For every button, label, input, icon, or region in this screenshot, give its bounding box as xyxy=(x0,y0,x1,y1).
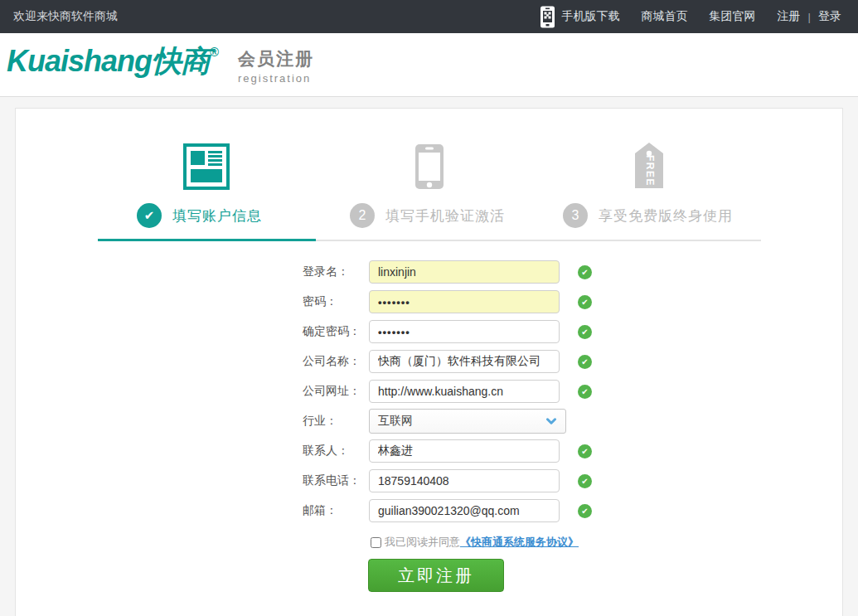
email-input[interactable] xyxy=(369,499,560,522)
login-name-label: 登录名： xyxy=(303,264,369,279)
register-link[interactable]: 注册 xyxy=(778,9,801,24)
company-url-input[interactable] xyxy=(369,380,560,403)
step-1-label: 填写账户信息 xyxy=(172,206,262,226)
registered-mark: ® xyxy=(210,45,218,59)
top-nav: 手机版下载 商城首页 集团官网 注册 | 登录 xyxy=(540,6,841,28)
form-row-email: 邮箱： ✔ xyxy=(303,499,592,522)
mobile-download-link[interactable]: 手机版下载 xyxy=(540,6,620,28)
site-header: Kuaishang快商® 会员注册 registration xyxy=(0,33,858,97)
step-track-active xyxy=(98,239,316,241)
phone-input[interactable] xyxy=(369,469,560,492)
form-row-company-url: 公司网址： ✔ xyxy=(303,380,592,403)
step-2: 2 填写手机验证激活 xyxy=(350,203,505,228)
form-row-contact: 联系人： ✔ xyxy=(303,439,592,463)
form-row-confirm-password: 确定密码： ✔ xyxy=(303,320,592,343)
group-site-link[interactable]: 集团官网 xyxy=(710,9,756,24)
step-3: 3 享受免费版终身使用 xyxy=(563,203,733,228)
company-name-label: 公司名称： xyxy=(303,354,369,369)
password-input[interactable] xyxy=(369,290,560,313)
page-title: 会员注册 registration xyxy=(238,47,314,85)
password-label: 密码： xyxy=(303,294,369,309)
login-link[interactable]: 登录 xyxy=(818,9,841,24)
step-1-check-icon: ✔ xyxy=(137,203,162,228)
industry-label: 行业： xyxy=(303,414,369,429)
registration-page: 欢迎来快商软件商城 手机版下载 商城首页 集团官网 注册 xyxy=(0,0,858,616)
mall-home-link[interactable]: 商城首页 xyxy=(642,9,688,24)
form-row-company-name: 公司名称： ✔ xyxy=(303,350,592,373)
phone-label: 联系电话： xyxy=(303,473,369,488)
register-now-button[interactable]: 立即注册 xyxy=(368,559,504,592)
confirm-password-input[interactable] xyxy=(369,320,560,343)
login-name-input[interactable] xyxy=(369,260,560,284)
agreement-checkbox[interactable] xyxy=(371,537,381,548)
form-row-industry: 行业： 互联网 xyxy=(303,409,566,434)
logo-en-text: Kuaishang xyxy=(7,44,152,78)
service-agreement-link[interactable]: 《快商通系统服务协议》 xyxy=(460,535,579,550)
phone-verify-icon xyxy=(414,143,444,190)
chevron-down-icon xyxy=(544,414,559,429)
step-2-number: 2 xyxy=(350,203,375,228)
agreement-text: 我已阅读并同意 xyxy=(385,535,460,550)
auth-separator: | xyxy=(808,11,811,23)
welcome-text: 欢迎来快商软件商城 xyxy=(13,9,118,24)
contact-input[interactable] xyxy=(369,439,560,463)
form-row-login: 登录名： ✔ xyxy=(303,260,592,284)
company-url-label: 公司网址： xyxy=(303,384,369,399)
form-row-phone: 联系电话： ✔ xyxy=(303,469,592,492)
top-bar: 欢迎来快商软件商城 手机版下载 商城首页 集团官网 注册 xyxy=(0,0,858,33)
valid-check-icon: ✔ xyxy=(578,474,592,488)
step-2-label: 填写手机验证激活 xyxy=(385,206,505,226)
industry-select[interactable]: 互联网 xyxy=(369,409,566,434)
mobile-download-label[interactable]: 手机版下载 xyxy=(562,9,620,24)
mobile-qr-icon xyxy=(540,6,555,28)
step-3-label: 享受免费版终身使用 xyxy=(599,206,733,226)
industry-selected-value: 互联网 xyxy=(378,414,413,429)
valid-check-icon: ✔ xyxy=(578,444,592,458)
valid-check-icon: ✔ xyxy=(578,355,592,369)
valid-check-icon: ✔ xyxy=(578,295,592,309)
page-title-cn: 会员注册 xyxy=(238,47,314,70)
free-tag-icon: FREE xyxy=(630,143,668,189)
valid-check-icon: ✔ xyxy=(578,325,592,339)
company-name-input[interactable] xyxy=(369,350,560,373)
svg-text:FREE: FREE xyxy=(644,155,656,187)
valid-check-icon: ✔ xyxy=(578,504,592,518)
contact-label: 联系人： xyxy=(303,444,369,458)
confirm-password-label: 确定密码： xyxy=(303,324,369,339)
logo-cn-text: 快商 xyxy=(152,44,210,78)
form-row-password: 密码： ✔ xyxy=(303,290,592,313)
page-title-en: registration xyxy=(238,72,314,85)
valid-check-icon: ✔ xyxy=(578,385,592,399)
auth-links: 注册 | 登录 xyxy=(778,9,841,24)
valid-check-icon: ✔ xyxy=(578,265,592,279)
step-1: ✔ 填写账户信息 xyxy=(137,203,262,228)
account-form-icon xyxy=(183,143,230,190)
step-3-number: 3 xyxy=(563,203,588,228)
agreement-row: 我已阅读并同意 《快商通系统服务协议》 xyxy=(371,535,579,550)
email-label: 邮箱： xyxy=(303,503,369,518)
kuaishang-logo[interactable]: Kuaishang快商® xyxy=(7,41,218,82)
